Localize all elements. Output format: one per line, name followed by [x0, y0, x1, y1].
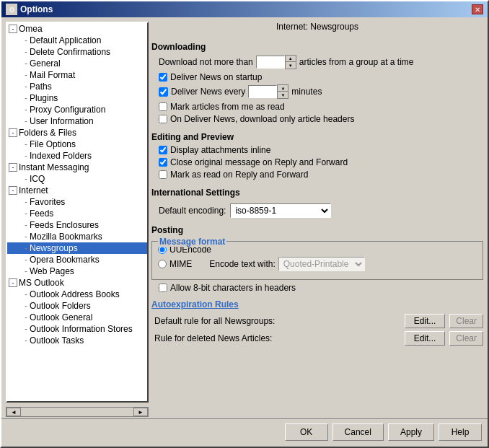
scrollbar-area: ◄ ►: [1, 407, 488, 418]
tree-item-file-options[interactable]: -File Options: [7, 139, 147, 150]
tree-item-outlook-address-books[interactable]: -Outlook Address Books: [7, 289, 147, 300]
main-content: - Omea -Default Application -Delete Conf…: [1, 17, 488, 407]
ok-button[interactable]: OK: [285, 423, 328, 441]
close-original-label: Close original message on Reply and Forw…: [170, 157, 348, 167]
window-icon: ⚙: [6, 4, 17, 15]
tree-item-outlook-general[interactable]: -Outlook General: [7, 312, 147, 323]
deleted-rule-row: Rule for deleted News Articles: Edit... …: [151, 331, 483, 346]
tree-item-icq[interactable]: -ICQ: [7, 173, 147, 185]
bottom-button-bar: OK Cancel Apply Help: [1, 418, 488, 447]
close-original-checkbox[interactable]: [159, 158, 167, 167]
display-attachments-label: Display attachments inline: [170, 145, 270, 155]
download-limit-down[interactable]: ▼: [286, 62, 296, 69]
cancel-button[interactable]: Cancel: [332, 423, 384, 441]
tree-label-omea: Omea: [19, 24, 43, 34]
tree-item-paths[interactable]: -Paths: [7, 81, 147, 92]
download-limit-label: Download not more than: [159, 57, 253, 67]
allow-8bit-label: Allow 8-bit characters in headers: [170, 283, 296, 293]
download-limit-up[interactable]: ▲: [286, 56, 296, 62]
deliver-every-suffix: minutes: [291, 87, 322, 97]
mime-row: MIME Encode text with: Quoted-Printable …: [158, 257, 477, 271]
window-title: Options: [20, 4, 53, 14]
default-rule-edit-button[interactable]: Edit...: [405, 314, 446, 328]
mime-radio[interactable]: [158, 260, 167, 268]
message-format-label: Message format: [158, 237, 226, 247]
display-attachments-row: Display attachments inline: [151, 145, 483, 155]
tree-item-web-pages[interactable]: -Web Pages: [7, 265, 147, 277]
tree-item-user-info[interactable]: -User Information: [7, 115, 147, 127]
default-rule-row: Default rule for all Newsgroups: Edit...…: [151, 314, 483, 328]
mark-read-row: Mark as read on Reply and Forward: [151, 170, 483, 180]
tree-item-instant-msg[interactable]: - Instant Messaging: [7, 162, 147, 173]
deliver-every-input[interactable]: 15: [248, 85, 277, 98]
tree-item-mail-format[interactable]: -Mail Format: [7, 69, 147, 81]
expand-icon-internet[interactable]: -: [9, 186, 17, 195]
headers-only-checkbox[interactable]: [159, 115, 167, 123]
tree-item-feeds-enclosures[interactable]: -Feeds Enclosures: [7, 219, 147, 231]
download-limit-suffix: articles from a group at a time: [299, 57, 414, 67]
scroll-right-btn[interactable]: ►: [133, 408, 148, 416]
tree-item-outlook-tasks[interactable]: -Outlook Tasks: [7, 335, 147, 346]
tree-item-outlook-info-stores[interactable]: -Outlook Information Stores: [7, 323, 147, 335]
tree-item-opera-bookmarks[interactable]: -Opera Bookmarks: [7, 254, 147, 265]
tree-item-delete-confirmations[interactable]: -Delete Confirmations: [7, 46, 147, 58]
h-scrollbar[interactable]: ◄ ►: [6, 407, 149, 417]
close-original-row: Close original message on Reply and Forw…: [151, 157, 483, 167]
allow-8bit-checkbox[interactable]: [159, 284, 167, 292]
default-rule-label: Default rule for all Newsgroups:: [154, 316, 400, 326]
deleted-rule-edit-button[interactable]: Edit...: [405, 331, 446, 346]
tree-item-plugins[interactable]: -Plugins: [7, 92, 147, 104]
headers-only-row: On Deliver News, download only article h…: [151, 114, 483, 124]
scroll-track: [21, 408, 133, 416]
deleted-rule-clear-button[interactable]: Clear: [449, 331, 483, 346]
mark-read-label: Mark as read on Reply and Forward: [170, 170, 308, 180]
apply-button[interactable]: Apply: [388, 423, 434, 441]
deliver-every-up[interactable]: ▲: [278, 85, 288, 92]
encoding-select[interactable]: iso-8859-1 UTF-8 US-ASCII Windows-1252: [230, 203, 331, 218]
titlebar: ⚙ Options ✕: [1, 1, 488, 17]
tree-item-proxy-config[interactable]: -Proxy Configuration: [7, 104, 147, 115]
posting-section-label: Posting: [151, 225, 483, 235]
deliver-every-row: Deliver News every 15 ▲ ▼ minutes: [151, 84, 483, 99]
encode-text-label: Encode text with:: [209, 259, 275, 269]
expand-icon-im[interactable]: -: [9, 163, 17, 172]
tree-item-omea[interactable]: - Omea: [7, 23, 147, 35]
tree-item-indexed-folders[interactable]: -Indexed Folders: [7, 150, 147, 162]
mark-articles-row: Mark articles from me as read: [151, 102, 483, 112]
display-attachments-checkbox[interactable]: [159, 146, 167, 154]
tree-item-feeds[interactable]: -Feeds: [7, 208, 147, 219]
tree-item-folders-files[interactable]: - Folders & Files: [7, 127, 147, 139]
scroll-left-btn[interactable]: ◄: [6, 408, 21, 416]
deliver-every-checkbox[interactable]: [159, 87, 168, 97]
tree-item-internet[interactable]: - Internet: [7, 185, 147, 196]
tree-panel: - Omea -Default Application -Delete Conf…: [6, 22, 149, 403]
expand-icon[interactable]: -: [9, 25, 17, 33]
expand-icon-folders[interactable]: -: [9, 128, 17, 137]
mark-read-checkbox[interactable]: [159, 170, 167, 179]
downloading-section-label: Downloading: [151, 42, 483, 52]
default-rule-clear-button[interactable]: Clear: [449, 314, 483, 328]
deliver-every-spinner[interactable]: 15 ▲ ▼: [248, 84, 288, 99]
tree-item-ms-outlook[interactable]: - MS Outlook: [7, 277, 147, 289]
help-button[interactable]: Help: [439, 423, 482, 441]
tree-item-mozilla-bookmarks[interactable]: -Mozilla Bookmarks: [7, 231, 147, 242]
deliver-startup-checkbox[interactable]: [159, 73, 167, 82]
deliver-startup-row: Deliver News on startup: [151, 72, 483, 82]
tree-item-general[interactable]: -General: [7, 58, 147, 69]
tree-item-default-app[interactable]: -Default Application: [7, 35, 147, 46]
expand-icon-outlook[interactable]: -: [9, 278, 17, 287]
mark-articles-checkbox[interactable]: [159, 102, 167, 111]
options-window: ⚙ Options ✕ - Omea -Default Application …: [0, 0, 489, 448]
download-limit-input[interactable]: 100: [256, 56, 285, 69]
allow-8bit-row: Allow 8-bit characters in headers: [151, 283, 483, 293]
download-limit-spinner[interactable]: 100 ▲ ▼: [256, 55, 296, 69]
tree-item-outlook-folders[interactable]: -Outlook Folders: [7, 300, 147, 312]
tree-item-newsgroups[interactable]: -Newsgroups: [7, 242, 147, 254]
tree-item-favorites[interactable]: -Favorites: [7, 196, 147, 208]
close-button[interactable]: ✕: [472, 4, 483, 14]
encoding-label: Default encoding:: [159, 206, 226, 216]
deliver-every-down[interactable]: ▼: [278, 92, 288, 98]
autoexpiration-link[interactable]: Autoexpiration Rules: [151, 299, 483, 309]
encoding-row: Default encoding: iso-8859-1 UTF-8 US-AS…: [159, 203, 483, 218]
encode-text-select[interactable]: Quoted-Printable Base64 7bit: [278, 257, 365, 271]
